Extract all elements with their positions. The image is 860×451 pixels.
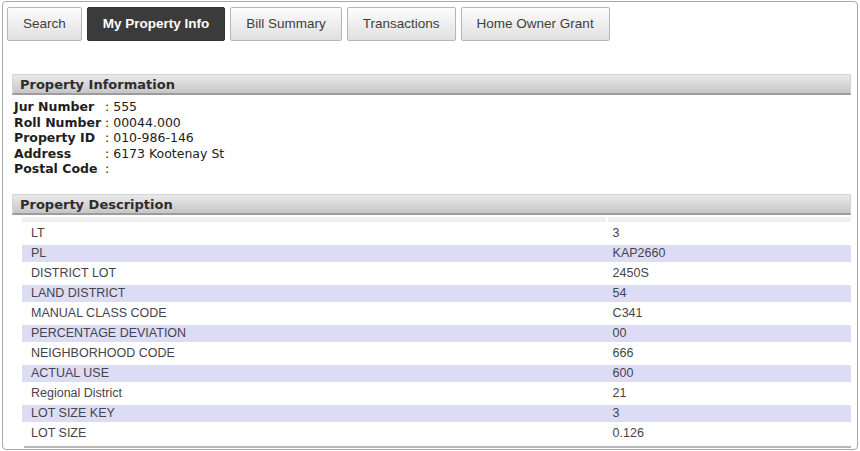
row-value: 3 <box>606 405 851 422</box>
property-description-header: Property Description <box>12 194 851 215</box>
info-field-value: 010-986-146 <box>105 130 194 145</box>
row-value: 54 <box>606 285 851 302</box>
tab-transactions[interactable]: Transactions <box>347 7 456 41</box>
table-row: NEIGHBORHOOD CODE 666 <box>22 345 851 362</box>
row-value: 0.126 <box>606 425 851 442</box>
tab-bar: Search My Property Info Bill Summary Tra… <box>7 7 852 41</box>
info-field: Roll Number00044.000 <box>14 115 851 131</box>
info-field-label: Roll Number <box>14 115 105 131</box>
property-information-header: Property Information <box>12 74 851 95</box>
property-description-table: LT 3 PL KAP2660 DISTRICT LOT 2450S <box>22 217 851 442</box>
table-header-value-cell <box>608 217 851 222</box>
info-field-label: Property ID <box>14 130 105 146</box>
info-field-value: 00044.000 <box>105 115 181 130</box>
property-information-block: Jur Number555 Roll Number00044.000 Prope… <box>14 99 851 177</box>
row-label: LAND DISTRICT <box>22 285 606 302</box>
row-label: PERCENTAGE DEVIATION <box>22 325 606 342</box>
row-value: KAP2660 <box>606 245 851 262</box>
row-value: 2450S <box>606 265 851 282</box>
table-body: LT 3 PL KAP2660 DISTRICT LOT 2450S <box>22 225 851 442</box>
tab-home-owner-grant[interactable]: Home Owner Grant <box>461 7 610 41</box>
row-label: Regional District <box>22 385 606 402</box>
info-field-label: Postal Code <box>14 161 105 177</box>
content-area: Property Information Jur Number555 Roll … <box>3 74 857 448</box>
next-section-divider <box>24 446 851 448</box>
row-label: PL <box>22 245 606 262</box>
row-value: 666 <box>606 345 851 362</box>
info-field: Address6173 Kootenay St <box>14 146 851 162</box>
row-label: LOT SIZE KEY <box>22 405 606 422</box>
tab-search[interactable]: Search <box>7 7 82 41</box>
info-field-label: Address <box>14 146 105 162</box>
table-header-row <box>22 217 851 222</box>
row-label: LT <box>22 225 606 242</box>
table-row: MANUAL CLASS CODE C341 <box>22 305 851 322</box>
tab-my-property-info[interactable]: My Property Info <box>87 7 226 41</box>
info-field: Postal Code <box>14 161 851 177</box>
table-row: PL KAP2660 <box>22 245 851 262</box>
row-label: DISTRICT LOT <box>22 265 606 282</box>
page: Search My Property Info Bill Summary Tra… <box>2 1 858 450</box>
table-row: LOT SIZE KEY 3 <box>22 405 851 422</box>
info-field-value: 6173 Kootenay St <box>105 146 224 161</box>
table-row: ACTUAL USE 600 <box>22 365 851 382</box>
row-value: C341 <box>606 305 851 322</box>
table-header-label-cell <box>22 217 606 222</box>
table-row: LT 3 <box>22 225 851 242</box>
row-value: 00 <box>606 325 851 342</box>
row-label: NEIGHBORHOOD CODE <box>22 345 606 362</box>
row-value: 600 <box>606 365 851 382</box>
table-row: PERCENTAGE DEVIATION 00 <box>22 325 851 342</box>
info-field-value <box>105 161 113 176</box>
tab-bill-summary[interactable]: Bill Summary <box>230 7 342 41</box>
info-field: Property ID010-986-146 <box>14 130 851 146</box>
row-value: 21 <box>606 385 851 402</box>
info-field-value: 555 <box>105 99 137 114</box>
table-row: Regional District 21 <box>22 385 851 402</box>
info-field: Jur Number555 <box>14 99 851 115</box>
row-label: MANUAL CLASS CODE <box>22 305 606 322</box>
row-label: LOT SIZE <box>22 425 606 442</box>
row-label: ACTUAL USE <box>22 365 606 382</box>
table-row: LAND DISTRICT 54 <box>22 285 851 302</box>
table-row: LOT SIZE 0.126 <box>22 425 851 442</box>
info-field-label: Jur Number <box>14 99 105 115</box>
table-row: DISTRICT LOT 2450S <box>22 265 851 282</box>
row-value: 3 <box>606 225 851 242</box>
